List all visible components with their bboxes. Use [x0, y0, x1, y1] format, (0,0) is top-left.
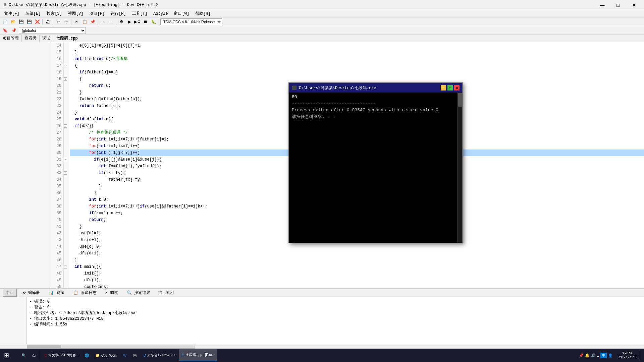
minimize-button[interactable]: —	[595, 0, 610, 10]
fm-22	[64, 96, 68, 103]
csdn-icon: C	[44, 353, 47, 357]
console-scrollbar[interactable]	[458, 93, 462, 243]
taskbar-chrome[interactable]: 🌐	[82, 349, 92, 361]
tb-new[interactable]: 📄	[1, 18, 9, 25]
tb-undo[interactable]: ↩	[54, 18, 62, 25]
fm-28	[64, 136, 68, 143]
fold-47[interactable]: -	[64, 265, 67, 268]
bottom-tab-resources[interactable]: 📊 资源	[45, 289, 68, 297]
sidebar-tab-debug[interactable]: 调试	[40, 35, 53, 42]
fold-31[interactable]: -	[64, 158, 67, 161]
tb-redo[interactable]: ↪	[62, 18, 70, 25]
compiler-selector[interactable]: TDM-GCC 4.8.1 64-bit Release	[160, 18, 222, 25]
volume-icon[interactable]: 🔊	[591, 353, 596, 358]
fold-26[interactable]: -	[64, 124, 67, 128]
lang-icon[interactable]: 中	[600, 353, 607, 358]
dingding-icon[interactable]: 📌	[579, 353, 584, 358]
stop-button[interactable]: 中止	[3, 289, 17, 297]
bottom-tab-debug[interactable]: ✔ 调试	[102, 289, 122, 297]
fm-33[interactable]: -	[64, 170, 68, 176]
bottom-tab-search[interactable]: 🔍 搜索结果	[123, 289, 154, 297]
hscroll-thumb[interactable]	[27, 345, 61, 348]
maximize-button[interactable]: □	[610, 0, 626, 10]
ln-49: 49	[52, 277, 61, 284]
console-maximize[interactable]: □	[447, 85, 453, 90]
fm-17[interactable]: -	[64, 62, 68, 69]
tb-close[interactable]: ❌	[34, 18, 41, 25]
tb-run[interactable]: ▶	[126, 18, 133, 25]
fm-19[interactable]: -	[64, 76, 68, 82]
menu-run[interactable]: 运行[R]	[108, 10, 129, 17]
ln-39: 39	[52, 210, 61, 217]
fold-19[interactable]: -	[64, 77, 67, 81]
menu-edit[interactable]: 编辑[E]	[23, 10, 44, 17]
bottom-tab-compile-log[interactable]: 📋 编译日志	[69, 289, 100, 297]
menu-file[interactable]: 文件[F]	[1, 10, 22, 17]
tb-paste[interactable]: 📌	[89, 18, 96, 25]
fm-26[interactable]: -	[64, 123, 68, 129]
scope-selector[interactable]: (globals)	[19, 27, 86, 34]
sidebar-tab-project[interactable]: 项目管理	[0, 35, 22, 42]
taskbar-word[interactable]: W	[120, 349, 129, 361]
ln-50: 50	[52, 284, 61, 288]
tb2-btn2[interactable]: 📌	[10, 27, 17, 34]
task-view[interactable]: 🗂	[30, 349, 39, 361]
taskbar-game[interactable]: 🎮	[130, 349, 140, 361]
network-icon[interactable]: 🔔	[585, 353, 590, 358]
tb-compile-run[interactable]: ▶⚙	[134, 18, 141, 25]
user-icon[interactable]: 👤	[608, 353, 613, 358]
menu-astyle[interactable]: AStyle	[151, 11, 170, 17]
menu-window[interactable]: 窗口[W]	[171, 10, 192, 17]
menu-tools[interactable]: 工具[T]	[129, 10, 150, 17]
tb-stop[interactable]: ⏹	[142, 18, 149, 25]
editor-and-sidebar: 14 15 16 17 18 19 20 21 22 23 24 25 26 2…	[0, 42, 644, 288]
sidebar-tab-class[interactable]: 查看类	[22, 35, 40, 42]
fold-33[interactable]: -	[64, 171, 67, 175]
bottom-tab-compiler[interactable]: ⚙ 编译器	[19, 289, 44, 297]
devcpp1-icon: D	[143, 353, 146, 357]
bottom-tab-close[interactable]: 🗑 关闭	[155, 289, 177, 297]
console-scroll-thumb[interactable]	[458, 93, 462, 107]
menu-search[interactable]: 搜索[S]	[44, 10, 65, 17]
ln-31: 31	[52, 156, 61, 163]
fm-31[interactable]: -	[64, 156, 68, 163]
menu-project[interactable]: 项目[P]	[87, 10, 107, 17]
tb-open[interactable]: 📂	[9, 18, 17, 25]
tb-copy[interactable]: 📋	[81, 18, 88, 25]
hscroll-track[interactable]	[27, 345, 195, 349]
console-minimize[interactable]: ─	[441, 85, 446, 90]
menu-help[interactable]: 帮助[H]	[193, 10, 213, 17]
taskbar-cpp-work[interactable]: 📁 Cpp_Work	[93, 349, 120, 361]
code-15: }	[70, 49, 644, 56]
tb-save-all[interactable]: 💾	[25, 18, 33, 25]
search-taskbar[interactable]: 🔍	[19, 349, 29, 361]
fm-47[interactable]: -	[64, 263, 68, 270]
ln-37: 37	[52, 196, 61, 203]
bottom-hscrollbar[interactable]	[0, 344, 644, 349]
tb-cut[interactable]: ✂	[73, 18, 80, 25]
console-close[interactable]: ✕	[454, 85, 460, 90]
tb-debug[interactable]: 🐛	[150, 18, 157, 25]
tb-sep3	[71, 19, 71, 25]
cloud-icon[interactable]: ☁	[597, 353, 599, 358]
tb-print[interactable]: 🖨	[44, 18, 51, 25]
fold-17[interactable]: -	[64, 64, 67, 67]
taskbar-devcpp1[interactable]: D 未命名1 - Dev-C++	[141, 349, 178, 361]
console-output-4: 请按任意键继续. . .	[292, 114, 460, 120]
show-desktop[interactable]	[640, 349, 643, 361]
taskbar-csdn[interactable]: C 写文章-CSDN博客...	[42, 349, 81, 361]
start-button[interactable]: ⊞	[1, 349, 18, 361]
tb-indent[interactable]: →	[99, 18, 107, 25]
tb-compile[interactable]: ⚙	[118, 18, 125, 25]
fm-32	[64, 163, 68, 170]
tb-unindent[interactable]: ←	[107, 18, 115, 25]
close-button[interactable]: ✕	[626, 0, 641, 10]
fm-48	[64, 270, 68, 277]
tb-save[interactable]: 💾	[17, 18, 25, 25]
menu-view[interactable]: 视图[V]	[65, 10, 86, 17]
tb-sep2	[53, 19, 53, 25]
clock[interactable]: 19:56 2021/2/6	[616, 351, 639, 359]
tb2-btn1[interactable]: 🔖	[1, 27, 9, 34]
taskbar-devcpp2[interactable]: D 七段码.cpp - [Exe...	[179, 349, 217, 361]
fm-20	[64, 82, 68, 89]
